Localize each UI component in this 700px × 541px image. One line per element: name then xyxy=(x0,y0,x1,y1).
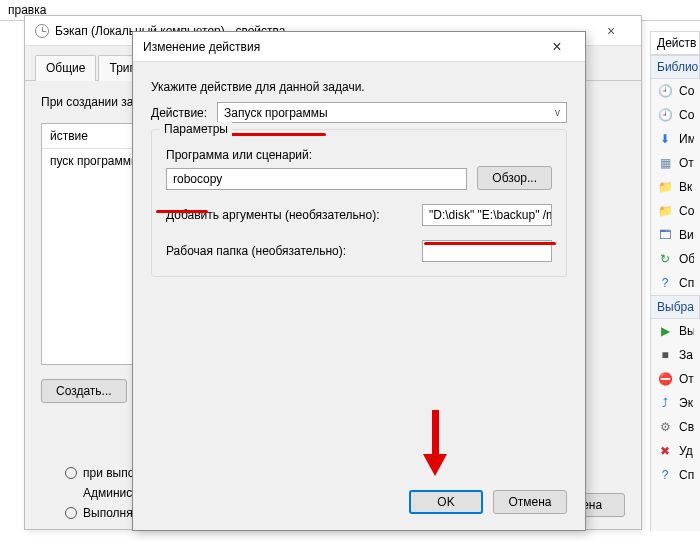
action-item-icon: ▦ xyxy=(657,155,673,171)
action-select[interactable]: Запуск программы v xyxy=(217,102,567,123)
action-item-icon: ⛔ xyxy=(657,371,673,387)
actions-pane-section-selected: Выбра xyxy=(651,295,700,319)
actions-pane-item[interactable]: ⚙Св xyxy=(651,415,700,439)
actions-pane-item[interactable]: 📁Вк xyxy=(651,175,700,199)
program-input[interactable]: robocopy xyxy=(166,168,467,190)
close-icon[interactable]: × xyxy=(539,38,575,56)
action-item-icon: ▶ xyxy=(657,323,673,339)
action-item-icon: ? xyxy=(657,467,673,483)
action-item-label: Об xyxy=(679,252,694,266)
radio-icon[interactable] xyxy=(65,467,77,479)
action-item-icon: 📁 xyxy=(657,179,673,195)
actions-pane-item[interactable]: ↻Об xyxy=(651,247,700,271)
actions-pane-item[interactable]: ▶Вы xyxy=(651,319,700,343)
startin-label: Рабочая папка (необязательно): xyxy=(166,244,410,258)
actions-pane-item[interactable]: ✖Уд xyxy=(651,439,700,463)
action-item-icon: ⚙ xyxy=(657,419,673,435)
action-item-icon: ? xyxy=(657,275,673,291)
edit-action-window: Изменение действия × Укажите действие дл… xyxy=(132,31,586,531)
action-item-label: Им xyxy=(679,132,694,146)
parameters-group: Параметры Программа или сценарий: roboco… xyxy=(151,129,567,277)
create-button[interactable]: Создать... xyxy=(41,379,127,403)
action-item-label: Со xyxy=(679,84,694,98)
editact-hint: Укажите действие для данной задачи. xyxy=(151,80,567,94)
actions-pane-item[interactable]: 🗔Ви xyxy=(651,223,700,247)
actions-pane-item[interactable]: ⛔От xyxy=(651,367,700,391)
action-item-label: От xyxy=(679,156,694,170)
program-label: Программа или сценарий: xyxy=(166,148,552,162)
actions-pane-item[interactable]: ?Сп xyxy=(651,271,700,295)
action-item-label: Уд xyxy=(679,444,693,458)
radio-icon[interactable] xyxy=(65,507,77,519)
action-item-label: Сп xyxy=(679,468,694,482)
action-item-label: Вы xyxy=(679,324,694,338)
action-item-label: За xyxy=(679,348,693,362)
close-icon[interactable]: × xyxy=(591,16,631,46)
ok-button[interactable]: OK xyxy=(409,490,483,514)
editact-title-text: Изменение действия xyxy=(143,40,260,54)
browse-button[interactable]: Обзор... xyxy=(477,166,552,190)
actions-pane: Действ Библио 🕘Со🕘Со⬇Им▦От📁Вк📁Со🗔Ви↻Об?С… xyxy=(650,31,700,531)
action-item-label: Ви xyxy=(679,228,694,242)
parameters-title: Параметры xyxy=(160,122,232,136)
action-item-icon: ⤴ xyxy=(657,395,673,411)
program-input-value: robocopy xyxy=(173,172,222,186)
actions-pane-item[interactable]: ▦От xyxy=(651,151,700,175)
addargs-input[interactable]: "D:\disk" "E:\backup" /m xyxy=(422,204,552,226)
actions-pane-item[interactable]: ?Сп xyxy=(651,463,700,487)
actions-pane-item[interactable]: ■За xyxy=(651,343,700,367)
action-item-icon: ↻ xyxy=(657,251,673,267)
actions-pane-item[interactable]: 📁Со xyxy=(651,199,700,223)
action-item-label: Со xyxy=(679,204,694,218)
action-item-icon: 🕘 xyxy=(657,83,673,99)
actions-pane-item[interactable]: 🕘Со xyxy=(651,103,700,127)
action-item-label: Эк xyxy=(679,396,693,410)
action-item-label: Св xyxy=(679,420,694,434)
addargs-input-value: "D:\disk" "E:\backup" /m xyxy=(429,208,552,222)
action-select-value: Запуск программы xyxy=(224,106,328,120)
actions-pane-item[interactable]: 🕘Со xyxy=(651,79,700,103)
action-item-icon: ■ xyxy=(657,347,673,363)
clock-icon xyxy=(35,24,49,38)
actions-pane-item[interactable]: ⬇Им xyxy=(651,127,700,151)
action-item-label: Вк xyxy=(679,180,692,194)
actions-pane-item[interactable]: ⤴Эк xyxy=(651,391,700,415)
action-label: Действие: xyxy=(151,106,207,120)
action-item-icon: 📁 xyxy=(657,203,673,219)
annotation-underline xyxy=(424,242,556,245)
action-item-icon: ✖ xyxy=(657,443,673,459)
action-item-icon: 🗔 xyxy=(657,227,673,243)
tab-general[interactable]: Общие xyxy=(35,55,96,81)
actions-pane-section-library: Библио xyxy=(651,55,700,79)
action-item-label: Со xyxy=(679,108,694,122)
chevron-down-icon: v xyxy=(555,107,560,118)
cancel-button[interactable]: Отмена xyxy=(493,490,567,514)
editact-titlebar: Изменение действия × xyxy=(133,32,585,62)
action-item-label: Сп xyxy=(679,276,694,290)
action-item-icon: 🕘 xyxy=(657,107,673,123)
annotation-underline xyxy=(156,210,208,213)
action-item-icon: ⬇ xyxy=(657,131,673,147)
action-item-label: От xyxy=(679,372,694,386)
actions-pane-header: Действ xyxy=(651,31,700,55)
